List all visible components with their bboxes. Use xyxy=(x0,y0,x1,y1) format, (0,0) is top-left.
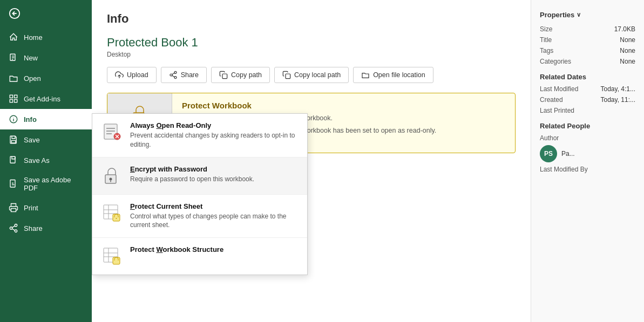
related-dates-title: Related Dates xyxy=(540,73,635,81)
dropdown-item-readonly-text: Always Open Read-Only Prevent accidental… xyxy=(130,121,299,149)
dropdown-item-readonly-title: Always Open Read-Only xyxy=(130,121,299,129)
right-panel: Properties ∨ Size 17.0KB Title None Tags… xyxy=(531,0,644,322)
dropdown-item-protect-structure-text: Protect Workbook Structure xyxy=(130,245,299,255)
sidebar-item-label: Print xyxy=(24,204,38,212)
author-name: Pa... xyxy=(561,150,575,157)
prop-row-categories: Categories None xyxy=(540,58,635,65)
svg-line-27 xyxy=(172,73,174,74)
sidebar-item-share[interactable]: Share xyxy=(0,218,92,238)
svg-rect-7 xyxy=(15,95,17,98)
svg-point-23 xyxy=(174,71,177,73)
copy-local-icon xyxy=(282,71,291,79)
main-content: Info Protected Book 1 Desktop Upload xyxy=(92,0,644,322)
sidebar-item-info[interactable]: Info xyxy=(0,109,92,129)
svg-rect-13 xyxy=(11,141,16,143)
center-panel: Info Protected Book 1 Desktop Upload xyxy=(92,0,531,322)
sidebar-item-label: Share xyxy=(24,224,43,232)
page-title: Info xyxy=(107,12,516,26)
svg-rect-29 xyxy=(286,74,290,79)
dropdown-item-encrypt-text: Encrypt with Password Require a password… xyxy=(130,165,299,184)
svg-rect-16 xyxy=(11,209,16,212)
svg-rect-15 xyxy=(10,180,15,188)
sidebar-item-print[interactable]: Print xyxy=(0,197,92,218)
svg-point-60 xyxy=(116,218,117,219)
dropdown-item-protect-sheet-title: Protect Current Sheet xyxy=(130,202,299,210)
dropdown-item-encrypt[interactable]: Encrypt with Password Require a password… xyxy=(92,157,307,195)
sidebar-item-label: Save as Adobe PDF xyxy=(24,176,83,192)
prop-row-created: Created Today, 11:... xyxy=(540,96,635,104)
folder-icon xyxy=(361,71,370,79)
dropdown-item-encrypt-title: Encrypt with Password xyxy=(130,165,299,173)
dropdown-item-protect-sheet[interactable]: Protect Current Sheet Control what types… xyxy=(92,195,307,238)
dropdown-item-readonly-desc: Prevent accidental changes by asking rea… xyxy=(130,131,299,149)
protect-structure-menu-icon xyxy=(101,245,123,267)
sidebar-item-label: Get Add-ins xyxy=(24,95,60,103)
copy-path-icon xyxy=(219,71,228,79)
sidebar-item-addins[interactable]: Get Add-ins xyxy=(0,88,92,109)
svg-rect-65 xyxy=(113,257,120,264)
sidebar-item-label: Info xyxy=(24,115,37,124)
properties-title: Properties ∨ xyxy=(540,11,635,19)
prop-row-last-modified: Last Modified Today, 4:1... xyxy=(540,85,635,93)
back-button[interactable] xyxy=(0,0,92,27)
prop-row-last-modified-by: Last Modified By xyxy=(540,166,635,173)
upload-icon xyxy=(115,71,124,79)
sidebar-item-label: Open xyxy=(24,74,41,83)
sidebar-item-label: Save xyxy=(24,136,40,144)
share-icon xyxy=(169,71,178,79)
dropdown-item-readonly[interactable]: Always Open Read-Only Prevent accidental… xyxy=(92,114,307,157)
sidebar-item-open[interactable]: Open xyxy=(0,68,92,88)
protect-card-title: Protect Workbook xyxy=(182,101,505,110)
share-button[interactable]: Share xyxy=(161,67,207,83)
readonly-menu-icon xyxy=(101,121,123,143)
sidebar-item-home[interactable]: Home xyxy=(0,27,92,47)
svg-line-26 xyxy=(172,76,174,77)
prop-row-title: Title None xyxy=(540,36,635,44)
copy-path-button[interactable]: Copy path xyxy=(211,67,270,83)
svg-point-25 xyxy=(174,77,177,79)
prop-row-size: Size 17.0KB xyxy=(540,25,635,33)
sidebar-item-label: Home xyxy=(24,33,43,42)
prop-row-tags: Tags None xyxy=(540,47,635,54)
sidebar-item-label: New xyxy=(24,54,38,62)
svg-point-19 xyxy=(15,230,17,232)
sidebar-item-label: Save As xyxy=(24,156,50,165)
sidebar-item-new[interactable]: New xyxy=(0,47,92,68)
author-row: PS Pa... xyxy=(540,145,635,162)
toolbar: Upload Share xyxy=(107,67,516,83)
svg-point-53 xyxy=(110,177,112,180)
svg-point-24 xyxy=(170,74,172,76)
protect-sheet-menu-icon xyxy=(101,202,123,224)
prop-row-author: Author xyxy=(540,134,635,142)
svg-rect-59 xyxy=(113,214,120,221)
svg-point-17 xyxy=(15,224,17,227)
upload-button[interactable]: Upload xyxy=(107,67,157,83)
chevron-icon[interactable]: ∨ xyxy=(577,11,581,18)
content-area: Info Protected Book 1 Desktop Upload xyxy=(92,0,644,322)
file-location: Desktop xyxy=(107,51,516,58)
svg-rect-9 xyxy=(15,100,17,102)
copy-local-path-button[interactable]: Copy local path xyxy=(274,67,349,83)
svg-line-21 xyxy=(12,226,15,228)
protect-dropdown-menu: Always Open Read-Only Prevent accidental… xyxy=(92,113,308,275)
file-name: Protected Book 1 xyxy=(107,36,516,50)
related-people-title: Related People xyxy=(540,122,635,130)
encrypt-menu-icon xyxy=(101,165,123,187)
open-location-button[interactable]: Open file location xyxy=(353,67,433,83)
svg-rect-14 xyxy=(10,156,15,163)
svg-point-18 xyxy=(10,227,12,230)
dropdown-item-protect-structure-title: Protect Workbook Structure xyxy=(130,245,299,254)
svg-rect-6 xyxy=(10,95,12,98)
sidebar-item-adobe-pdf[interactable]: Save as Adobe PDF xyxy=(0,170,92,197)
svg-line-20 xyxy=(12,229,15,230)
dropdown-item-protect-sheet-text: Protect Current Sheet Control what types… xyxy=(130,202,299,230)
svg-rect-8 xyxy=(10,100,12,102)
dropdown-item-protect-sheet-desc: Control what types of changes people can… xyxy=(130,212,299,230)
sidebar-item-saveas[interactable]: Save As xyxy=(0,150,92,170)
avatar: PS xyxy=(540,145,557,162)
sidebar-item-save[interactable]: Save xyxy=(0,129,92,150)
dropdown-item-encrypt-desc: Require a password to open this workbook… xyxy=(130,175,299,184)
dropdown-item-protect-structure[interactable]: Protect Workbook Structure xyxy=(92,238,307,275)
prop-row-last-printed: Last Printed xyxy=(540,107,635,114)
svg-rect-28 xyxy=(222,74,227,79)
